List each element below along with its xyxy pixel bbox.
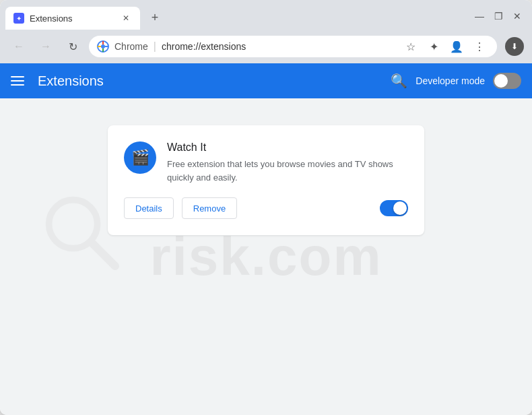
extension-card-header: 🎬 Watch It Free extension that lets you … — [124, 141, 408, 184]
tab-strip: ✦ Extensions ✕ + — [5, 7, 473, 30]
navigation-bar: ← → ↻ Chrome | chrome://extensions — [0, 30, 532, 63]
extensions-content: risk.com 🎬 Watch It Free extension that … — [0, 98, 532, 415]
chrome-icon — [97, 40, 109, 53]
search-button[interactable]: 🔍 — [391, 73, 407, 89]
header-actions: 🔍 Developer mode — [391, 73, 521, 89]
extension-card-actions: Details Remove — [124, 197, 408, 219]
extension-icon-char: 🎬 — [131, 149, 149, 166]
svg-point-1 — [101, 44, 105, 49]
extensions-button[interactable]: ✦ — [424, 37, 443, 56]
maximize-button[interactable]: ❐ — [492, 9, 505, 23]
address-favicon — [97, 40, 109, 53]
download-icon: ⬇ — [511, 42, 518, 51]
extension-toggle-area — [380, 200, 408, 216]
page-title: Extensions — [38, 73, 380, 89]
active-tab[interactable]: ✦ Extensions ✕ — [5, 7, 140, 30]
forward-button[interactable]: → — [35, 36, 57, 57]
window-controls: — ❐ ✕ — [473, 9, 527, 30]
tab-favicon-icon: ✦ — [16, 15, 22, 22]
remove-button[interactable]: Remove — [182, 197, 237, 219]
refresh-button[interactable]: ↻ — [62, 36, 84, 57]
extensions-header: Extensions 🔍 Developer mode — [0, 63, 532, 98]
tab-title: Extensions — [30, 13, 114, 24]
extension-enabled-toggle[interactable] — [380, 200, 408, 216]
extension-icon: 🎬 — [124, 141, 156, 174]
extension-description: Free extension that lets you browse movi… — [167, 158, 408, 184]
extension-card: 🎬 Watch It Free extension that lets you … — [108, 125, 424, 235]
back-button[interactable]: ← — [8, 36, 30, 57]
address-separator: | — [154, 40, 156, 53]
menu-line-3 — [11, 84, 24, 86]
extension-name: Watch It — [167, 141, 408, 154]
developer-mode-toggle[interactable] — [493, 73, 521, 89]
extension-info: Watch It Free extension that lets you br… — [167, 141, 408, 184]
svg-point-2 — [49, 200, 98, 249]
title-bar: ✦ Extensions ✕ + — ❐ ✕ — [0, 0, 532, 30]
address-bar[interactable]: Chrome | chrome://extensions ☆ ✦ 👤 ⋮ — [89, 36, 497, 57]
address-chrome-label: Chrome — [114, 41, 148, 52]
new-tab-button[interactable]: + — [145, 8, 164, 27]
browser-window: ✦ Extensions ✕ + — ❐ ✕ ← — [0, 0, 532, 415]
menu-button[interactable]: ⋮ — [470, 37, 489, 56]
minimize-button[interactable]: — — [473, 9, 486, 23]
menu-line-1 — [11, 76, 24, 77]
svg-line-3 — [91, 242, 115, 266]
menu-line-2 — [11, 80, 24, 82]
tab-close-button[interactable]: ✕ — [120, 12, 132, 24]
close-button[interactable]: ✕ — [510, 9, 524, 23]
hamburger-menu-button[interactable] — [11, 76, 27, 86]
extension-toggle-knob — [393, 201, 407, 215]
download-button[interactable]: ⬇ — [505, 37, 524, 56]
details-button[interactable]: Details — [124, 197, 174, 219]
bookmark-button[interactable]: ☆ — [401, 37, 420, 56]
address-actions: ☆ ✦ 👤 ⋮ — [401, 37, 489, 56]
toggle-knob — [494, 74, 508, 88]
address-url: chrome://extensions — [162, 41, 246, 52]
developer-mode-label: Developer mode — [415, 75, 485, 86]
profile-button[interactable]: 👤 — [447, 37, 466, 56]
tab-favicon: ✦ — [13, 13, 24, 24]
